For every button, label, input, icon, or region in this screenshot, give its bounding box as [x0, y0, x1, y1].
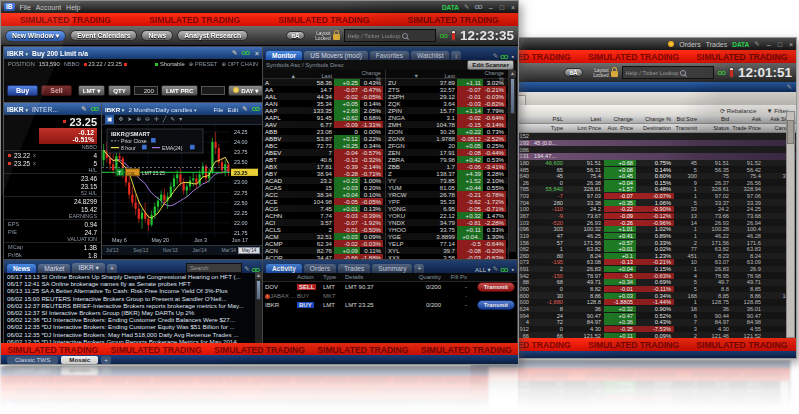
- watchlist-row[interactable]: ACLS2-0.01-0.50%: [263, 226, 385, 233]
- panel-menu-icon[interactable]: ▪: [512, 266, 514, 273]
- news-button[interactable]: News: [141, 30, 173, 41]
- news-search-input[interactable]: Search: [186, 263, 242, 273]
- news-item[interactable]: 06/02 12:36 *DJ Interactive Brokers: End…: [4, 316, 262, 323]
- order-symbol-selector[interactable]: IBKR ▾: [7, 50, 28, 57]
- tab-trades[interactable]: Trades: [338, 264, 370, 273]
- watchlist-row[interactable]: ZFGN20+0.050.25%: [386, 142, 508, 149]
- quote-symbol-selector[interactable]: IBKR ▾: [7, 106, 28, 113]
- chart-edit-menu[interactable]: Edit: [228, 106, 239, 113]
- portfolio-row[interactable]: 942-15078.97-0.5-0.63%478.9578.982: [471, 272, 796, 279]
- portfolio-row[interactable]: 152: [471, 133, 796, 140]
- portfolio-row[interactable]: 91204.30-0.35-7.53%34.304.556: [471, 326, 796, 333]
- panel-menu-icon[interactable]: ▪: [512, 53, 514, 60]
- portfolio-row[interactable]: 18046,60091.51+0.680.75%4591.5191.5233: [471, 160, 796, 167]
- link-icon[interactable]: OO: [242, 50, 249, 56]
- portfolio-row[interactable]: 086: [471, 146, 796, 153]
- watchlist-row[interactable]: YGE3.8899+0.04..1.30%: [386, 233, 508, 240]
- watchlist-row[interactable]: ZU37.89+1.113.02%: [386, 79, 508, 86]
- ticker-lookup-input[interactable]: Help / Ticker Lookup: [622, 66, 714, 79]
- watchlist-row[interactable]: ZSPH29.12-0.01-0.03%: [386, 93, 508, 100]
- trades-menu[interactable]: Trades: [706, 41, 728, 48]
- tif-select[interactable]: DAY ▾: [228, 85, 263, 96]
- link-icon[interactable]: OO: [474, 4, 481, 10]
- indicator-icon[interactable]: ✎: [170, 115, 175, 124]
- edit-icon[interactable]: ✎: [244, 265, 249, 273]
- watchlist-row[interactable]: YELP77.14-0.5-0.64%: [386, 240, 508, 247]
- portfolio-row[interactable]: 6404575.4+0.450.60%3007575.4300: [471, 173, 796, 180]
- portfolio-row[interactable]: 70428033.38+0.351.06%533.3733.3911: [471, 199, 796, 206]
- analyst-research-button[interactable]: Analyst Research: [177, 30, 248, 41]
- transmit-button[interactable]: Transmit: [477, 282, 515, 292]
- watchlist-row[interactable]: ACMP62.34-0.02-0.03%: [263, 240, 385, 247]
- tab-summary[interactable]: Summary: [372, 264, 412, 273]
- watchlist-row[interactable]: ABX17.81-0.39-2.14%: [263, 163, 385, 170]
- group-row[interactable]: 131194,47...: [471, 153, 796, 160]
- event-calendars-button[interactable]: Event Calendars: [70, 30, 137, 41]
- timeline-current-range[interactable]: May'14: [238, 247, 260, 254]
- watchlist-row[interactable]: YNDX34.79-0.81-2.28%: [386, 219, 508, 226]
- news-scrollbar[interactable]: ▲: [255, 272, 262, 344]
- edit-icon[interactable]: ✎: [493, 265, 498, 273]
- tab-news[interactable]: News: [7, 264, 36, 273]
- order-row[interactable]: DOVSELLLMTLMT 90.370/200-Transmit: [263, 282, 517, 291]
- font-size-button[interactable]: aA: [564, 68, 582, 77]
- candlestick-chart[interactable]: 24.2524.0023.7523.5023.2523.0022.7522.50…: [102, 125, 260, 237]
- watchlist-row[interactable]: ZION30.26+0.220.73%: [386, 128, 508, 135]
- watchlist-row[interactable]: ACI3.57-0.07-1.92%: [263, 219, 385, 226]
- watchlist-row[interactable]: ACAD23.2+0.231.00%: [263, 177, 385, 184]
- crosshair-icon[interactable]: ✛: [154, 115, 159, 124]
- file-menu[interactable]: File: [20, 4, 31, 11]
- tab-cycle-icon[interactable]: ↕: [451, 51, 460, 60]
- trendline-icon[interactable]: ╱: [163, 115, 167, 124]
- add-workspace-button[interactable]: +: [101, 356, 111, 364]
- more-tools-icon[interactable]: ▾: [179, 115, 182, 124]
- table-scrollbar[interactable]: [786, 111, 795, 338]
- tab-market[interactable]: Market: [38, 264, 70, 273]
- watchlist-row[interactable]: ZEN17.91-0.08-0.44%: [386, 149, 508, 156]
- minimize-button[interactable]: –: [767, 41, 771, 48]
- news-item[interactable]: 06/02 12:35 *DJ Interactive Brokers: May…: [4, 331, 262, 338]
- portfolio-row[interactable]: 096303100.32+1.011.02%1100.28100.43: [471, 226, 796, 233]
- close-button[interactable]: ×: [789, 41, 793, 48]
- watchlist-row[interactable]: ACG7.45+0.010.13%: [263, 205, 385, 212]
- edit-icon[interactable]: ✎: [242, 105, 247, 113]
- ticker-lookup-input[interactable]: Help / Ticker Lookup: [344, 29, 436, 42]
- watchlist-row[interactable]: ABT40.6-0.13-0.32%: [263, 156, 385, 163]
- group-row[interactable]: 29345 (0.0...: [471, 140, 796, 147]
- layout-locked[interactable]: Layout Locked: [309, 31, 340, 41]
- portfolio-row[interactable]: 886849.71+0.340.69%549.749.7113: [471, 279, 796, 286]
- watchlist-row[interactable]: YRCW26.78-0.21-0.78%: [386, 191, 508, 198]
- portfolio-row[interactable]: 624836+0.320.90%183636.0128: [471, 306, 796, 313]
- edit-icon[interactable]: ✎: [787, 83, 792, 91]
- watchlist-row[interactable]: YUM81.05+0.440.55%: [386, 184, 508, 191]
- new-window-button[interactable]: New Window ▾: [5, 30, 66, 42]
- orders-menu[interactable]: Orders: [679, 41, 700, 48]
- tab-orders[interactable]: Orders: [304, 264, 336, 273]
- watchlist-row[interactable]: ZMH104.78-0.15-0.14%: [386, 121, 508, 128]
- news-item[interactable]: 06/02 12:37 SI Interactive Brokers Group…: [4, 309, 262, 316]
- portfolio-row[interactable]: 691226.83+0.040.15%126.8326.916: [471, 266, 796, 273]
- tab-monitor[interactable]: Monitor: [266, 51, 302, 60]
- watchlist-row[interactable]: ACE104.98-0.05-0.05%: [263, 198, 385, 205]
- maximize-button[interactable]: □: [500, 4, 504, 11]
- portfolio-row[interactable]: 47284.97+0.360.43%784.9784.9815: [471, 319, 796, 326]
- portfolio-row[interactable]: 260808.24+0.11.23%4518.238.2470: [471, 253, 796, 260]
- edit-icon[interactable]: ✎: [232, 49, 237, 57]
- watchlist-row[interactable]: AAL44.34-0.02-0.05%: [263, 93, 385, 100]
- news-item[interactable]: 06/02 15:00 REUTERS Interactive Brokers …: [4, 295, 262, 302]
- maximize-button[interactable]: □: [778, 41, 782, 48]
- watchlist-row[interactable]: ABC72.73+0.250.34%: [263, 142, 385, 149]
- portfolio-row[interactable]: 100-11024.2-0.22-0.90%3324.224.254: [471, 206, 796, 213]
- rebalance-button[interactable]: ⟳ Rebalance: [720, 107, 757, 114]
- tab-ibkr-news[interactable]: IBKR ▾: [72, 263, 105, 273]
- portfolio-row[interactable]: 367-973.67-0.09-0.12%1373.6673.6822: [471, 213, 796, 220]
- preset-button[interactable]: ⊕ PRESET: [189, 61, 218, 67]
- portfolio-row[interactable]: 3194746.25+0.410.89%146.2246.285: [471, 233, 796, 240]
- watchlist-row[interactable]: ZBRA79.98+0.420.53%: [386, 156, 508, 163]
- watchlist-row[interactable]: ZPIN15.77+1.147.79%: [386, 107, 508, 114]
- link-icon[interactable]: OO: [500, 267, 507, 273]
- chart-file-menu[interactable]: File: [214, 106, 224, 113]
- watchlist-row[interactable]: ABEV7-0.04-0.57%: [263, 149, 385, 156]
- cursor-tool-icon[interactable]: ➤: [127, 115, 132, 124]
- news-item[interactable]: 06/13 11:25 SA A Better Alternative To C…: [4, 287, 262, 294]
